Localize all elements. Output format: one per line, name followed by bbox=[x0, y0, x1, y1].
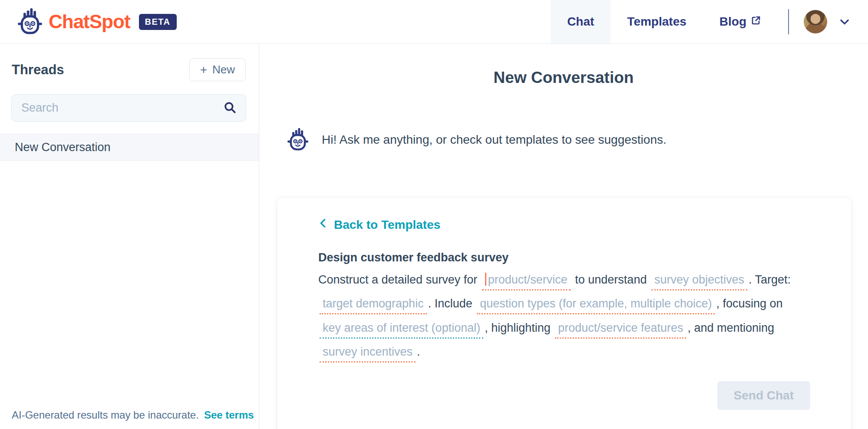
chevron-down-icon[interactable] bbox=[838, 16, 851, 28]
new-thread-button[interactable]: + New bbox=[189, 58, 246, 81]
chatspot-robot-icon bbox=[287, 127, 309, 152]
external-link-icon bbox=[751, 15, 761, 29]
send-chat-button[interactable]: Send Chat bbox=[717, 381, 810, 410]
back-to-templates-link[interactable]: Back to Templates bbox=[318, 218, 440, 232]
brand-logo[interactable]: ChatSpot BETA bbox=[17, 7, 177, 36]
chat-main: New Conversation bbox=[259, 44, 868, 429]
text-cursor bbox=[485, 273, 486, 286]
prompt-field[interactable]: product/service bbox=[482, 273, 571, 290]
template-card: Back to Templates Design customer feedba… bbox=[277, 197, 852, 429]
back-to-templates-label: Back to Templates bbox=[334, 218, 440, 232]
thread-item-new-conversation[interactable]: New Conversation bbox=[0, 134, 259, 161]
bot-greeting-text: Hi! Ask me anything, or check out templa… bbox=[322, 133, 667, 147]
prompt-field[interactable]: product/service features bbox=[555, 321, 686, 339]
top-header: ChatSpot BETA Chat Templates Blog bbox=[0, 0, 868, 44]
prompt-field[interactable]: target demographic bbox=[320, 297, 427, 314]
top-nav: Chat Templates Blog bbox=[551, 0, 868, 43]
see-terms-link[interactable]: See terms bbox=[204, 409, 254, 421]
tab-chat[interactable]: Chat bbox=[551, 0, 611, 43]
brand-wordmark: ChatSpot bbox=[49, 11, 130, 33]
nav-blog[interactable]: Blog bbox=[703, 0, 778, 43]
new-thread-button-label: New bbox=[212, 63, 235, 76]
ai-disclaimer: AI-Generated results may be inaccurate. … bbox=[12, 409, 273, 421]
plus-icon: + bbox=[200, 65, 207, 75]
magnifier-icon[interactable] bbox=[223, 101, 237, 116]
template-prompt: Construct a detailed survey for product/… bbox=[318, 268, 805, 364]
threads-sidebar: Threads + New New Conversation AI-Genera… bbox=[0, 44, 259, 429]
prompt-field[interactable]: survey objectives bbox=[651, 273, 747, 290]
nav-divider bbox=[788, 9, 789, 34]
prompt-field[interactable]: key areas of interest (optional) bbox=[320, 321, 483, 339]
page-title: New Conversation bbox=[259, 69, 868, 87]
disclaimer-text: AI-Generated results may be inaccurate. bbox=[12, 409, 199, 421]
chatspot-robot-icon bbox=[17, 7, 43, 36]
template-title: Design customer feedback survey bbox=[318, 251, 810, 264]
sidebar-title: Threads bbox=[12, 62, 64, 78]
prompt-field[interactable]: survey incentives bbox=[320, 345, 416, 363]
user-avatar[interactable] bbox=[804, 10, 827, 33]
beta-badge: BETA bbox=[139, 14, 177, 30]
prompt-field[interactable]: question types (for example, multiple ch… bbox=[477, 297, 715, 314]
tab-templates[interactable]: Templates bbox=[611, 0, 703, 43]
search-input[interactable] bbox=[11, 94, 246, 122]
bot-greeting: Hi! Ask me anything, or check out templa… bbox=[287, 127, 868, 152]
nav-blog-label: Blog bbox=[719, 15, 746, 29]
chevron-left-icon bbox=[318, 218, 328, 232]
